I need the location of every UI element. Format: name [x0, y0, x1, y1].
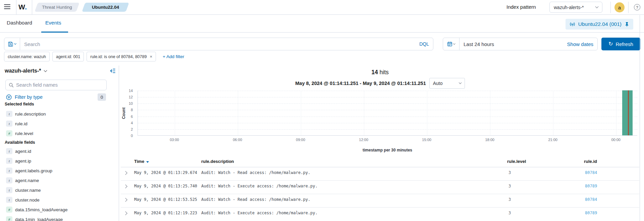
gridline-horizontal: [138, 110, 637, 110]
search-bar: DQL: [4, 38, 433, 50]
refresh-icon: ↻: [608, 41, 613, 47]
close-icon[interactable]: ×: [150, 54, 152, 59]
index-pattern-switcher[interactable]: wazuh-alerts-*: [5, 67, 47, 75]
field-item-cluster-node[interactable]: t cluster.node: [6, 196, 40, 203]
collapse-sidebar-icon[interactable]: [109, 68, 115, 74]
gridline-horizontal: [138, 103, 637, 104]
filter-pill-agent-id[interactable]: agent.id: 001: [52, 52, 84, 61]
field-item-agent-ip[interactable]: t agent.ip: [6, 158, 31, 164]
cell-rule-id-link[interactable]: 80784: [585, 197, 597, 202]
gridline-vertical: [175, 91, 175, 135]
date-quick-select-button[interactable]: [443, 38, 460, 50]
expand-row-icon[interactable]: [123, 171, 127, 175]
filter-pill-label: agent.id: 001: [56, 54, 80, 59]
cell-rule-id-link[interactable]: 80784: [585, 170, 597, 175]
field-item-data-15mins-loadaverage[interactable]: # data.15mins_loadAverage: [6, 206, 68, 213]
field-type-string-icon: t: [6, 168, 12, 174]
cell-time: May 9, 2024 @ 01:13:29.674: [134, 170, 197, 175]
expand-row-icon[interactable]: [123, 198, 127, 202]
cell-rule-description: Audit: Watch - Execute access: /home/mal…: [201, 211, 318, 215]
index-pattern-value: wazuh-alerts-*: [554, 5, 584, 10]
add-filter-button[interactable]: + Add filter: [163, 54, 184, 59]
filter-by-type-button[interactable]: Filter by type: [6, 93, 43, 101]
breadcrumb-module[interactable]: Threat Hunting: [36, 3, 78, 12]
range-row: May 8, 2024 @ 01:14:11.251 - May 9, 2024…: [121, 78, 639, 89]
expand-row-icon[interactable]: [123, 184, 127, 188]
breadcrumb-agent[interactable]: Ubuntu22.04: [84, 3, 127, 12]
x-tick-label: 03:00: [170, 138, 179, 142]
tab-dashboard[interactable]: Dashboard: [7, 20, 32, 26]
help-icon[interactable]: ?: [634, 4, 640, 10]
sidebar-scrollbar[interactable]: [119, 65, 119, 221]
signal-icon: [570, 21, 575, 27]
x-axis-labels: 03:0006:0009:0012:0015:0018:0021:0000:00: [138, 138, 637, 142]
pin-icon[interactable]: [625, 22, 629, 27]
cell-rule-level: 3: [508, 184, 511, 188]
field-item-data-1min-loadaverage[interactable]: # data.1min_loadAverage: [6, 216, 63, 221]
y-tick-label: 12: [129, 95, 133, 99]
x-tick-label: 12:00: [359, 138, 368, 142]
main-scrollbar[interactable]: [640, 15, 640, 221]
refresh-label: Refresh: [615, 41, 633, 47]
field-search-input[interactable]: [16, 82, 103, 88]
chevron-down-icon: [14, 42, 16, 44]
divider: [32, 0, 32, 15]
table-row[interactable]: May 9, 2024 @ 01:13:29.674 Audit: Watch …: [121, 167, 639, 181]
y-tick-label: 14: [129, 89, 133, 93]
show-dates-link[interactable]: Show dates: [567, 41, 597, 47]
tab-events[interactable]: Events: [45, 20, 61, 26]
table-row[interactable]: May 9, 2024 @ 01:12:53.525 Audit: Watch …: [121, 194, 639, 208]
date-picker: Last 24 hours Show dates: [443, 38, 598, 50]
sidebar-index-pattern-label: wazuh-alerts-*: [5, 68, 41, 74]
refresh-button[interactable]: ↻ Refresh: [601, 38, 640, 50]
hits-unit: hits: [380, 69, 389, 76]
cell-rule-level: 3: [508, 197, 511, 202]
field-name: rule.id: [15, 121, 28, 126]
x-tick-label: 21:00: [548, 138, 557, 142]
query-language-button[interactable]: DQL: [415, 41, 433, 47]
save-icon: [8, 42, 13, 47]
interval-select[interactable]: Auto: [429, 78, 465, 89]
field-type-string-icon: t: [6, 177, 12, 183]
search-input[interactable]: [20, 41, 415, 47]
cell-rule-id-link[interactable]: 80789: [585, 211, 597, 215]
menu-icon[interactable]: [4, 4, 10, 9]
field-type-string-icon: t: [6, 121, 12, 127]
y-tick-label: 10: [129, 101, 133, 105]
field-type-string-icon: t: [6, 197, 12, 203]
calendar-icon: [447, 41, 452, 47]
gridline-horizontal: [138, 129, 637, 130]
x-tick-label: 15:00: [422, 138, 431, 142]
field-item-agent-labels-group[interactable]: t agent.labels.group: [6, 167, 52, 174]
index-pattern-select[interactable]: wazuh-alerts-*: [549, 2, 602, 13]
column-header-time[interactable]: Time: [134, 159, 149, 164]
time-range-value[interactable]: Last 24 hours: [460, 41, 494, 47]
avatar[interactable]: a: [614, 2, 625, 12]
tab-bar: Dashboard Events Ubuntu22.04 (001): [0, 15, 644, 33]
agent-badge[interactable]: Ubuntu22.04 (001): [566, 19, 633, 30]
field-item-rule-level[interactable]: # rule.level: [6, 130, 33, 137]
field-item-agent-name[interactable]: t agent.name: [6, 177, 39, 184]
chevron-down-icon: [595, 5, 599, 8]
cell-rule-id-link[interactable]: 80789: [585, 184, 597, 188]
table-row[interactable]: May 9, 2024 @ 01:13:25.740 Audit: Watch …: [121, 181, 639, 194]
field-name: agent.ip: [15, 159, 31, 164]
histogram-bar[interactable]: [622, 90, 633, 135]
field-item-rule-id[interactable]: t rule.id: [6, 120, 28, 127]
field-item-agent-id[interactable]: t agent.id: [6, 148, 31, 154]
chevron-down-icon: [453, 42, 455, 44]
column-header-rule-description[interactable]: rule.description: [201, 159, 234, 164]
table-row[interactable]: May 9, 2024 @ 01:12:19.223 Audit: Watch …: [121, 208, 639, 221]
expand-row-icon[interactable]: [123, 211, 127, 215]
field-item-rule-description[interactable]: t rule.description: [6, 110, 46, 117]
save-query-button[interactable]: [4, 38, 20, 50]
column-header-rule-level[interactable]: rule.level: [507, 159, 526, 164]
app-logo[interactable]: W.: [18, 3, 27, 11]
column-header-rule-id[interactable]: rule.id: [584, 159, 597, 164]
histogram-plot[interactable]: [138, 91, 637, 136]
field-item-cluster-name[interactable]: t cluster.name: [6, 187, 41, 193]
x-tick-label: 09:00: [296, 138, 305, 142]
filter-pill-rule-id[interactable]: rule.id: is one of 80784, 80789 ×: [87, 52, 156, 61]
filter-pill-cluster-name[interactable]: cluster.name: wazuh: [4, 52, 50, 61]
filter-icon: [6, 94, 12, 100]
